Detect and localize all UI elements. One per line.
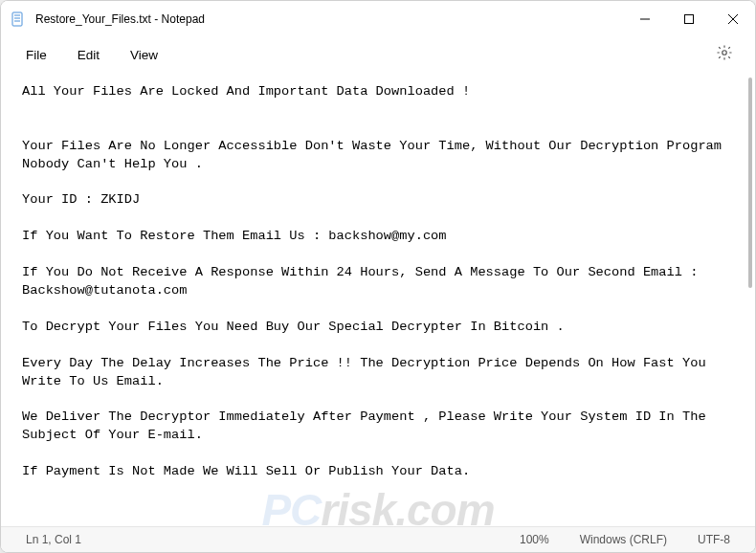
maximize-button[interactable] <box>667 1 711 37</box>
close-button[interactable] <box>711 1 755 37</box>
editor-area: All Your Files Are Locked And Important … <box>1 72 755 526</box>
status-encoding: UTF-8 <box>682 533 745 546</box>
scrollbar-vertical[interactable] <box>740 72 755 526</box>
status-cursor: Ln 1, Col 1 <box>11 533 97 546</box>
statusbar: Ln 1, Col 1 100% Windows (CRLF) UTF-8 <box>1 526 755 552</box>
status-zoom: 100% <box>504 533 565 546</box>
notepad-icon <box>11 11 26 27</box>
svg-point-8 <box>723 51 727 55</box>
settings-button[interactable] <box>709 39 740 70</box>
status-lineending: Windows (CRLF) <box>565 533 682 546</box>
svg-rect-5 <box>685 15 694 24</box>
svg-rect-0 <box>12 12 22 26</box>
menu-edit[interactable]: Edit <box>62 42 115 68</box>
gear-icon <box>716 44 733 65</box>
window-title: Restore_Your_Files.txt - Notepad <box>35 12 205 26</box>
text-content[interactable]: All Your Files Are Locked And Important … <box>1 72 740 526</box>
window-controls <box>623 1 755 37</box>
minimize-button[interactable] <box>623 1 667 37</box>
scrollbar-thumb[interactable] <box>748 77 752 288</box>
menubar: File Edit View <box>1 37 755 72</box>
menu-file[interactable]: File <box>11 42 62 68</box>
menu-view[interactable]: View <box>115 42 173 68</box>
titlebar[interactable]: Restore_Your_Files.txt - Notepad <box>1 1 755 37</box>
notepad-window: Restore_Your_Files.txt - Notepad File Ed… <box>0 0 756 553</box>
